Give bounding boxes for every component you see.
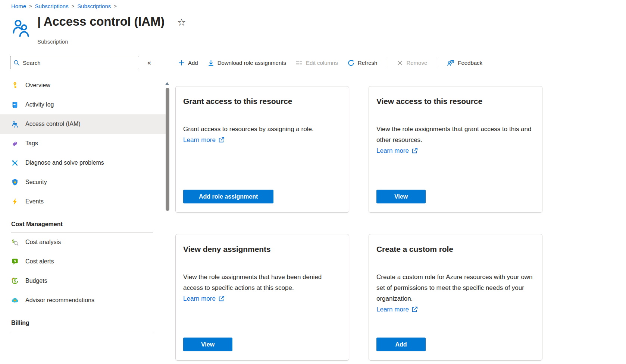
- sidebar-item-diagnose[interactable]: Diagnose and solve problems: [0, 153, 166, 172]
- refresh-button[interactable]: Refresh: [348, 60, 378, 66]
- tools-icon: [11, 159, 19, 167]
- toolbar-label: Feedback: [458, 60, 482, 66]
- budgets-icon: $: [11, 277, 19, 285]
- card-title: View deny assignments: [183, 245, 341, 254]
- view-deny-assignments-card: View deny assignments View the role assi…: [175, 234, 349, 361]
- main-content: Add Download role assignments Edit colum…: [172, 52, 626, 364]
- sidebar-item-label: Access control (IAM): [25, 121, 81, 127]
- toolbar-separator: [387, 59, 387, 67]
- activity-log-icon: [11, 101, 19, 108]
- add-button[interactable]: Add: [178, 60, 198, 66]
- sidebar-item-tags[interactable]: Tags: [0, 134, 166, 153]
- breadcrumb: Home > Subscriptions > Subscriptions >: [11, 3, 626, 9]
- sidebar-item-label: Cost alerts: [25, 258, 54, 265]
- breadcrumb-separator: >: [29, 3, 32, 9]
- breadcrumb-separator: >: [114, 3, 117, 9]
- sidebar: « Overview Activity log: [0, 52, 172, 364]
- sidebar-item-access-control-iam[interactable]: Access control (IAM): [0, 114, 166, 134]
- sidebar-item-events[interactable]: Events: [0, 192, 166, 211]
- learn-more-label: Learn more: [376, 304, 409, 315]
- learn-more-label: Learn more: [376, 145, 409, 156]
- create-custom-role-card: Create a custom role Create a custom rol…: [369, 234, 542, 361]
- tag-icon: [11, 140, 19, 147]
- learn-more-link[interactable]: Learn more: [376, 145, 418, 156]
- toolbar-separator: [437, 59, 437, 67]
- card-description: Grant access to resources by assigning a…: [183, 124, 341, 134]
- sidebar-item-overview[interactable]: Overview: [0, 76, 166, 95]
- learn-more-link[interactable]: Learn more: [376, 304, 418, 315]
- search-input[interactable]: [10, 56, 139, 69]
- page-title: | Access control (IAM): [37, 15, 165, 29]
- card-title: Create a custom role: [376, 245, 535, 254]
- card-description: View the role assignments that grant acc…: [376, 124, 535, 145]
- svg-text:$: $: [14, 279, 16, 283]
- sidebar-item-cost-alerts[interactable]: $ Cost alerts: [0, 252, 166, 271]
- sidebar-item-label: Overview: [25, 82, 50, 89]
- cost-alerts-icon: $: [11, 258, 19, 265]
- sidebar-item-budgets[interactable]: $ Budgets: [0, 271, 166, 291]
- toolbar-label: Add: [188, 60, 198, 66]
- feedback-button[interactable]: Feedback: [447, 59, 482, 66]
- external-link-icon: [218, 137, 225, 143]
- feedback-icon: [447, 59, 454, 66]
- plus-icon: [178, 60, 185, 66]
- sidebar-scrollbar[interactable]: [166, 52, 171, 364]
- add-custom-role-button[interactable]: Add: [376, 338, 426, 351]
- page-header: Home > Subscriptions > Subscriptions > |…: [0, 0, 626, 52]
- sidebar-item-label: Cost analysis: [25, 239, 61, 246]
- sidebar-item-label: Budgets: [25, 278, 47, 284]
- external-link-icon: [218, 295, 225, 302]
- page-subtitle: Subscription: [37, 38, 626, 45]
- learn-more-link[interactable]: Learn more: [183, 134, 225, 145]
- learn-more-link[interactable]: Learn more: [183, 293, 225, 304]
- section-header-billing: Billing: [0, 310, 172, 331]
- breadcrumb-link-subscription[interactable]: Subscriptions: [77, 3, 111, 9]
- sidebar-item-label: Activity log: [25, 101, 54, 108]
- grant-access-card: Grant access to this resource Grant acce…: [175, 86, 349, 213]
- breadcrumb-separator: >: [72, 3, 75, 9]
- remove-button: Remove: [397, 60, 427, 66]
- card-title: View access to this resource: [376, 97, 535, 106]
- advisor-icon: [11, 297, 19, 304]
- lightning-icon: [11, 198, 19, 205]
- search-icon: [13, 60, 20, 66]
- view-deny-assignments-button[interactable]: View: [183, 338, 232, 351]
- refresh-icon: [348, 60, 354, 66]
- learn-more-label: Learn more: [183, 293, 216, 304]
- edit-columns-icon: [296, 60, 303, 66]
- download-icon: [208, 60, 214, 66]
- card-description: Create a custom role for Azure resources…: [376, 272, 535, 304]
- card-description: View the role assignments that have been…: [183, 272, 341, 293]
- toolbar-label: Edit columns: [306, 60, 338, 66]
- people-icon: [11, 17, 31, 38]
- sidebar-item-label: Security: [25, 179, 47, 186]
- sidebar-collapse-icon[interactable]: «: [147, 59, 151, 67]
- download-role-assignments-button[interactable]: Download role assignments: [208, 60, 286, 66]
- star-outline-icon[interactable]: ☆: [177, 18, 186, 27]
- toolbar-label: Download role assignments: [217, 60, 286, 66]
- sidebar-item-cost-analysis[interactable]: $ Cost analysis: [0, 232, 166, 252]
- sidebar-item-advisor-recommendations[interactable]: Advisor recommendations: [0, 291, 166, 310]
- external-link-icon: [411, 306, 418, 313]
- sidebar-item-label: Diagnose and solve problems: [25, 159, 104, 166]
- svg-text:$: $: [14, 259, 16, 263]
- scroll-up-icon[interactable]: [165, 82, 169, 85]
- view-access-card: View access to this resource View the ro…: [369, 86, 542, 213]
- sidebar-scrollbar-thumb[interactable]: [166, 88, 169, 211]
- add-role-assignment-button[interactable]: Add role assignment: [183, 190, 273, 203]
- external-link-icon: [411, 148, 418, 154]
- breadcrumb-link-home[interactable]: Home: [11, 3, 26, 9]
- sidebar-item-security[interactable]: Security: [0, 172, 166, 192]
- breadcrumb-link-subscriptions[interactable]: Subscriptions: [35, 3, 69, 9]
- key-icon: [11, 82, 19, 89]
- sidebar-item-label: Advisor recommendations: [25, 297, 94, 304]
- toolbar-label: Refresh: [358, 60, 378, 66]
- view-access-button[interactable]: View: [376, 190, 426, 203]
- card-title: Grant access to this resource: [183, 97, 341, 106]
- sidebar-item-label: Tags: [25, 140, 38, 147]
- section-divider: [11, 331, 153, 331]
- sidebar-item-activity-log[interactable]: Activity log: [0, 95, 166, 114]
- people-icon: [11, 120, 19, 128]
- learn-more-label: Learn more: [183, 134, 216, 145]
- shield-lock-icon: [11, 178, 19, 186]
